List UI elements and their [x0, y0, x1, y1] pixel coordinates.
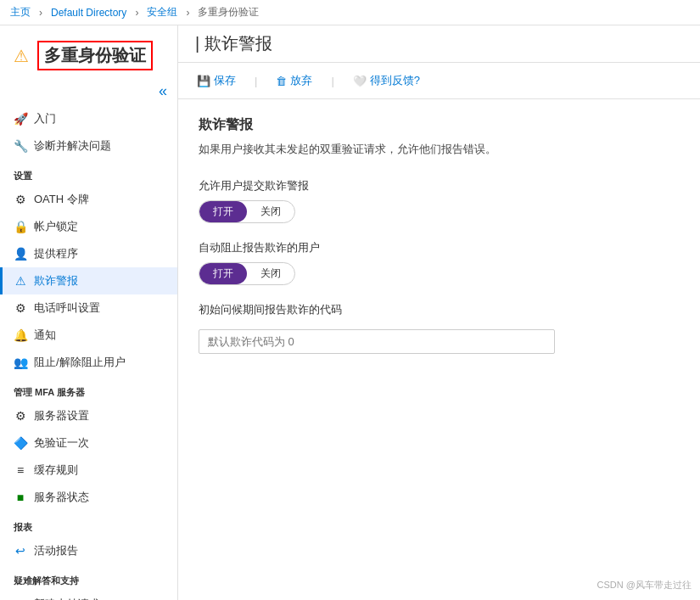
option2-toggle-off[interactable]: 关闭: [247, 263, 294, 284]
breadcrumb-home[interactable]: 主页: [10, 5, 31, 20]
sidebar-item-cache-label: 缓存规则: [34, 463, 78, 478]
sidebar-item-block-label: 阻止/解除阻止用户: [34, 355, 126, 370]
breadcrumb-group[interactable]: 安全组: [147, 5, 177, 20]
sidebar-item-server-settings[interactable]: ⚙ 服务器设置: [0, 402, 177, 429]
sidebar-item-diagnose[interactable]: 🔧 诊断并解决问题: [0, 132, 177, 160]
sidebar-item-status[interactable]: ■ 服务器状态: [0, 484, 177, 511]
option-group-2: 自动阻止报告欺诈的用户 打开 关闭: [199, 240, 680, 285]
sidebar-section-settings: 设置: [0, 160, 177, 186]
fraud-code-input[interactable]: [199, 329, 555, 354]
sidebar-collapse-button[interactable]: «: [0, 77, 177, 105]
activity-icon: ↩: [14, 544, 27, 558]
discard-label: 放弃: [290, 73, 312, 88]
sidebar-item-server-settings-label: 服务器设置: [34, 408, 89, 423]
toolbar-sep2: |: [331, 75, 333, 87]
lockout-icon: 🔒: [14, 220, 27, 233]
sidebar-item-intro[interactable]: 🚀 入门: [0, 105, 177, 132]
server-settings-icon: ⚙: [14, 409, 27, 423]
sidebar-item-oath[interactable]: ⚙ OATH 令牌: [0, 186, 177, 213]
sidebar-item-activity-label: 活动报告: [34, 543, 78, 558]
main-layout: ⚠ 多重身份验证 « 🚀 入门 🔧 诊断并解决问题 设置 ⚙ OATH 令牌 🔒…: [0, 25, 700, 600]
sidebar-item-block[interactable]: 👥 阻止/解除阻止用户: [0, 349, 177, 376]
sidebar-item-intro-label: 入门: [34, 111, 56, 126]
discard-button[interactable]: 🗑 放弃: [271, 70, 317, 92]
page-header: ⚠ 多重身份验证: [0, 32, 177, 77]
discard-icon: 🗑: [276, 75, 287, 87]
sidebar-item-support-label: 新建支持请求: [34, 597, 100, 600]
block-icon: 👥: [14, 356, 27, 369]
section-desc: 如果用户接收其未发起的双重验证请求，允许他们报告错误。: [199, 141, 680, 158]
intro-icon: 🚀: [14, 112, 27, 126]
option1-toggle[interactable]: 打开 关闭: [199, 200, 295, 223]
breadcrumb-sep1: ›: [39, 7, 42, 19]
save-icon: 💾: [197, 75, 210, 87]
save-button[interactable]: 💾 保存: [192, 70, 241, 92]
diagnose-icon: 🔧: [14, 139, 27, 153]
content-area: | 欺诈警报 💾 保存 | 🗑 放弃 | 🤍 得到反馈? 欺诈警报 如果用户接收…: [178, 25, 700, 600]
oath-icon: ⚙: [14, 193, 27, 206]
breadcrumb-sep3: ›: [186, 7, 189, 19]
option2-label: 自动阻止报告欺诈的用户: [199, 240, 680, 255]
sidebar-item-fraud[interactable]: ⚠ 欺诈警报: [0, 267, 177, 294]
breadcrumb: 主页 › Default Directory › 安全组 › 多重身份验证: [0, 0, 700, 25]
sidebar: ⚠ 多重身份验证 « 🚀 入门 🔧 诊断并解决问题 设置 ⚙ OATH 令牌 🔒…: [0, 25, 178, 600]
sidebar-item-oath-label: OATH 令牌: [34, 192, 89, 207]
sidebar-item-notify[interactable]: 🔔 通知: [0, 322, 177, 349]
option3-label: 初始问候期间报告欺诈的代码: [199, 302, 680, 317]
fraud-icon: ⚠: [14, 274, 27, 288]
sidebar-item-notify-label: 通知: [34, 328, 56, 343]
sidebar-section-mfa: 管理 MFA 服务器: [0, 376, 177, 402]
toolbar: 💾 保存 | 🗑 放弃 | 🤍 得到反馈?: [178, 63, 700, 99]
sidebar-item-status-label: 服务器状态: [34, 490, 89, 505]
page-title-box: 多重身份验证: [37, 41, 153, 70]
sidebar-item-diagnose-label: 诊断并解决问题: [34, 138, 111, 154]
sidebar-item-providers-label: 提供程序: [34, 246, 78, 261]
sidebar-section-reports: 报表: [0, 511, 177, 537]
option2-toggle[interactable]: 打开 关闭: [199, 262, 295, 285]
status-icon: ■: [14, 491, 27, 504]
save-label: 保存: [214, 73, 236, 88]
sidebar-item-lockout-label: 帐户锁定: [34, 219, 78, 234]
feedback-button[interactable]: 🤍 得到反馈?: [348, 70, 425, 92]
breadcrumb-current: 多重身份验证: [198, 5, 259, 20]
sidebar-item-fraud-label: 欺诈警报: [34, 273, 78, 289]
sidebar-item-phone-label: 电话呼叫设置: [34, 300, 100, 316]
phone-icon: ⚙: [14, 301, 27, 315]
sidebar-item-cache[interactable]: ≡ 缓存规则: [0, 457, 177, 484]
bypass-icon: 🔷: [14, 436, 27, 450]
watermark: CSDN @风车带走过往: [597, 579, 692, 592]
option-group-1: 允许用户提交欺诈警报 打开 关闭: [199, 178, 680, 223]
sidebar-item-bypass-label: 免验证一次: [34, 435, 89, 451]
sidebar-section-support: 疑难解答和支持: [0, 564, 177, 591]
breadcrumb-sep2: ›: [135, 7, 138, 19]
feedback-icon: 🤍: [353, 75, 367, 87]
option1-toggle-on[interactable]: 打开: [199, 201, 247, 222]
sidebar-item-support[interactable]: + 新建支持请求: [0, 591, 177, 600]
option1-label: 允许用户提交欺诈警报: [199, 178, 680, 193]
sidebar-item-bypass[interactable]: 🔷 免验证一次: [0, 429, 177, 457]
option-group-3: 初始问候期间报告欺诈的代码: [199, 302, 680, 354]
sidebar-item-providers[interactable]: 👤 提供程序: [0, 240, 177, 267]
option1-toggle-off[interactable]: 关闭: [247, 201, 294, 222]
sidebar-item-lockout[interactable]: 🔒 帐户锁定: [0, 213, 177, 240]
option2-toggle-on[interactable]: 打开: [199, 263, 247, 284]
toolbar-sep1: |: [255, 75, 257, 87]
sidebar-item-phone[interactable]: ⚙ 电话呼叫设置: [0, 294, 177, 322]
cache-icon: ≡: [14, 463, 27, 477]
page-subtitle: | 欺诈警报: [195, 32, 272, 55]
warning-icon: ⚠: [14, 46, 29, 66]
providers-icon: 👤: [14, 247, 27, 261]
content-body: 欺诈警报 如果用户接收其未发起的双重验证请求，允许他们报告错误。 允许用户提交欺…: [178, 99, 700, 600]
section-title: 欺诈警报: [199, 116, 680, 134]
sidebar-item-activity[interactable]: ↩ 活动报告: [0, 537, 177, 564]
page-title: 多重身份验证: [44, 46, 146, 64]
breadcrumb-directory[interactable]: Default Directory: [51, 7, 126, 19]
feedback-label: 得到反馈?: [370, 73, 420, 88]
content-header: | 欺诈警报: [178, 25, 700, 63]
notify-icon: 🔔: [14, 328, 27, 342]
